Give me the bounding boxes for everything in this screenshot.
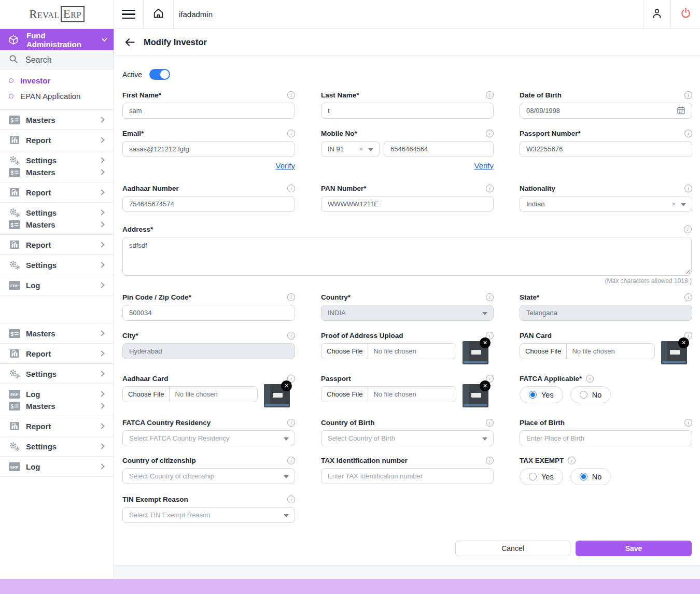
cancel-button[interactable]: Cancel <box>455 541 570 556</box>
tax-exempt-no-radio[interactable]: No <box>570 468 611 485</box>
passport-file-input[interactable]: Choose File No file chosen <box>321 386 456 402</box>
proof-of-address-thumbnail[interactable] <box>463 341 488 364</box>
sidebar-item-settings[interactable]: Settings <box>8 155 105 165</box>
info-icon[interactable] <box>287 419 295 427</box>
sidebar-item-report[interactable]: Report <box>8 135 105 145</box>
fatca-yes-radio[interactable]: Yes <box>520 386 563 403</box>
aadhaar-card-thumbnail[interactable] <box>264 384 290 407</box>
info-icon[interactable] <box>486 91 494 99</box>
sidebar-menu-row[interactable]: Report <box>0 130 114 150</box>
sidebar-menu-row[interactable]: ERPLog$Masters <box>0 384 114 416</box>
fatca-country-select[interactable]: Select FATCA Country Residency <box>122 430 295 446</box>
sidebar-item-report[interactable]: Report <box>8 348 105 359</box>
sidebar-item-log[interactable]: ERPLog <box>8 461 105 472</box>
sidebar-menu-row[interactable]: ERPLog <box>0 275 114 295</box>
place-of-birth-input[interactable] <box>520 430 692 446</box>
sidebar-item-settings[interactable]: Settings <box>8 207 105 218</box>
choose-file-button[interactable]: Choose File <box>520 344 567 359</box>
info-icon[interactable] <box>684 293 692 301</box>
info-icon[interactable] <box>287 185 295 192</box>
fatca-no-radio[interactable]: No <box>570 386 611 403</box>
sidebar-menu-row[interactable]: Settings$Masters <box>0 150 114 182</box>
info-icon[interactable] <box>486 185 494 192</box>
sidebar-item-masters[interactable]: $Masters <box>8 401 105 411</box>
sidebar-search[interactable]: Search <box>0 50 114 70</box>
info-icon[interactable] <box>287 130 295 137</box>
info-icon[interactable] <box>486 419 494 427</box>
proof-of-address-file-input[interactable]: Choose File No file chosen <box>321 343 456 359</box>
citizenship-select[interactable]: Select Country of citizenship <box>122 468 295 484</box>
last-name-input[interactable] <box>321 103 494 119</box>
info-icon[interactable] <box>287 91 295 99</box>
dob-input[interactable]: 08/09/1998 <box>520 103 692 119</box>
sidebar-item-log[interactable]: ERPLog <box>8 389 105 399</box>
logout-button[interactable] <box>670 0 700 29</box>
clear-x-icon[interactable] <box>671 200 676 208</box>
info-icon[interactable] <box>684 185 692 192</box>
info-icon[interactable] <box>684 91 692 99</box>
sidebar-menu-row[interactable]: $Masters <box>0 109 114 130</box>
user-profile-button[interactable] <box>643 0 670 29</box>
mobile-country-select[interactable]: IN 91 <box>321 141 380 157</box>
info-icon[interactable] <box>287 457 295 464</box>
sidebar-menu-row[interactable]: Report <box>0 235 114 255</box>
email-input[interactable] <box>122 141 295 157</box>
sidebar-item-epan-application[interactable]: EPAN Application <box>0 88 114 104</box>
sidebar-item-masters[interactable]: $Masters <box>8 219 105 230</box>
sidebar-menu-row[interactable]: Settings <box>0 364 114 384</box>
info-icon[interactable] <box>486 293 494 301</box>
passport-thumbnail[interactable] <box>463 384 488 407</box>
sidebar-item-report[interactable]: Report <box>8 239 105 250</box>
sidebar-item-masters[interactable]: $Masters <box>8 115 105 125</box>
sidebar-item-masters[interactable]: $Masters <box>8 167 105 177</box>
active-toggle[interactable] <box>149 69 170 80</box>
back-button[interactable] <box>124 36 136 48</box>
info-icon[interactable] <box>568 457 576 464</box>
pan-card-thumbnail[interactable] <box>661 341 687 364</box>
sidebar-menu-row[interactable]: ERPLog <box>0 457 114 477</box>
info-icon[interactable] <box>684 225 692 233</box>
sidebar-menu-row[interactable]: Report <box>0 344 114 364</box>
sidebar-menu-row[interactable]: $Masters <box>0 323 114 344</box>
sidebar-menu-row[interactable]: Settings <box>0 255 114 275</box>
address-textarea[interactable]: sdfsdf <box>122 237 692 276</box>
info-icon[interactable] <box>586 375 594 383</box>
choose-file-button[interactable]: Choose File <box>321 344 368 359</box>
home-button[interactable] <box>144 0 174 29</box>
info-icon[interactable] <box>287 293 295 301</box>
hamburger-menu-button[interactable] <box>114 0 144 29</box>
info-icon[interactable] <box>287 332 295 340</box>
tin-input[interactable] <box>321 468 494 484</box>
info-icon[interactable] <box>287 496 295 503</box>
sidebar-menu-row[interactable]: Report <box>0 182 114 203</box>
sidebar-item-settings[interactable]: Settings <box>8 369 105 379</box>
sidebar-menu-row[interactable]: Settings <box>0 436 114 457</box>
calendar-icon[interactable] <box>677 106 685 116</box>
info-icon[interactable] <box>486 457 494 464</box>
sidebar-item-report[interactable]: Report <box>8 421 105 431</box>
tax-exempt-yes-radio[interactable]: Yes <box>520 468 563 485</box>
pincode-input[interactable] <box>122 305 295 321</box>
close-icon[interactable] <box>281 380 292 391</box>
sidebar-item-report[interactable]: Report <box>8 187 105 197</box>
close-icon[interactable] <box>480 337 491 348</box>
country-of-birth-select[interactable]: Select Country of Birth <box>321 430 494 446</box>
sidebar-item-investor[interactable]: Investor <box>0 73 114 88</box>
save-button[interactable]: Save <box>576 541 692 556</box>
email-verify-link[interactable]: Verify <box>275 161 295 170</box>
choose-file-button[interactable]: Choose File <box>321 387 368 402</box>
info-icon[interactable] <box>684 419 692 427</box>
nationality-select[interactable]: Indian <box>520 196 692 212</box>
sidebar-item-masters[interactable]: $Masters <box>8 328 105 338</box>
pan-card-file-input[interactable]: Choose File No file chosen <box>520 343 655 359</box>
sidebar-item-log[interactable]: ERPLog <box>8 280 105 290</box>
sidebar-menu-row[interactable]: Report <box>0 416 114 436</box>
close-icon[interactable] <box>678 337 689 348</box>
sidebar-item-settings[interactable]: Settings <box>8 441 105 451</box>
module-selector[interactable]: Fund Administration <box>0 29 114 50</box>
pan-number-input[interactable] <box>321 196 494 212</box>
info-icon[interactable] <box>486 130 494 137</box>
mobile-verify-link[interactable]: Verify <box>474 161 494 170</box>
mobile-number-input[interactable] <box>384 141 494 157</box>
passport-number-input[interactable] <box>520 141 692 157</box>
